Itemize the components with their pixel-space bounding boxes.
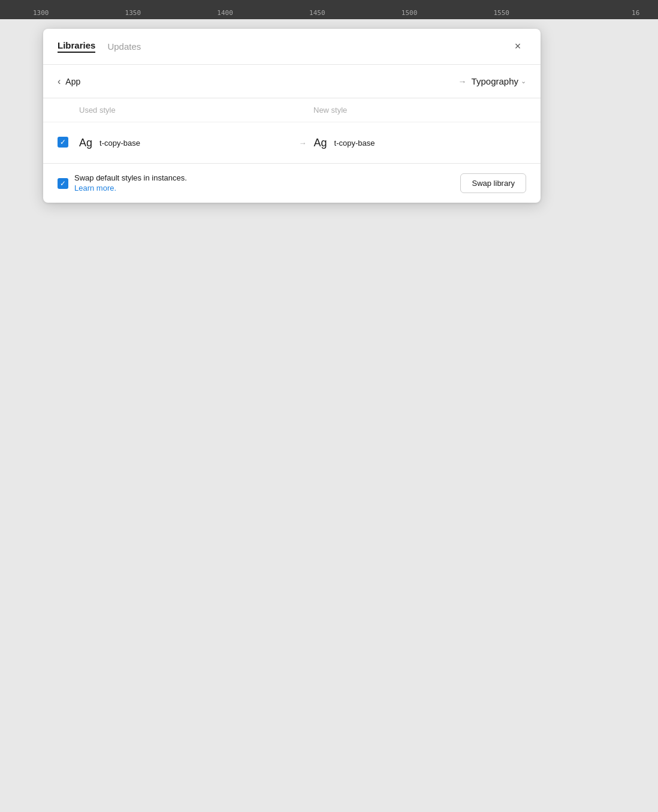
ruler-mark-1300: 1300: [33, 9, 49, 17]
subheader-arrow: → Typography ⌄: [458, 76, 526, 86]
table-row: ✓ Ag t-copy-base → Ag t-copy-base: [43, 127, 541, 158]
tab-updates[interactable]: Updates: [107, 41, 141, 52]
right-arrow-icon: →: [458, 77, 467, 86]
library-name-dropdown[interactable]: Typography ⌄: [472, 76, 526, 86]
ruler-mark-1450: 1450: [309, 9, 325, 17]
back-arrow-icon: ‹: [58, 76, 61, 87]
close-button[interactable]: ×: [509, 38, 526, 55]
styles-list: ✓ Ag t-copy-base → Ag t-copy-base: [43, 122, 541, 163]
swap-default-text: Swap default styles in instances.: [74, 173, 460, 182]
modal-footer: ✓ Swap default styles in instances. Lear…: [43, 163, 541, 203]
footer-description: Swap default styles in instances. Learn …: [74, 173, 460, 193]
used-style-header: Used style: [58, 106, 292, 115]
swap-library-button[interactable]: Swap library: [460, 173, 526, 193]
ag-preview-new: Ag: [314, 137, 327, 149]
row-checkbox[interactable]: ✓: [58, 137, 70, 149]
checkbox-checked[interactable]: ✓: [58, 137, 68, 148]
column-headers: Used style New style: [43, 98, 541, 122]
new-style-header: New style: [292, 106, 526, 115]
footer-checkbox[interactable]: ✓: [58, 178, 68, 189]
libraries-modal: Libraries Updates × ‹ App → Typography ⌄…: [43, 29, 541, 203]
ruler-mark-1400: 1400: [217, 9, 233, 17]
ruler-mark-1500: 1500: [402, 9, 418, 17]
back-button[interactable]: ‹ App: [58, 76, 80, 87]
modal-header: Libraries Updates ×: [43, 29, 541, 65]
ruler-mark-1550: 1550: [494, 9, 510, 17]
ag-preview-used: Ag: [79, 137, 92, 149]
ruler: 1300 1350 1400 1450 1500 1550 16: [0, 0, 658, 19]
checkmark-icon: ✓: [60, 139, 66, 146]
style-name-new: t-copy-base: [334, 139, 375, 148]
library-name-text: Typography: [472, 76, 518, 86]
chevron-down-icon: ⌄: [521, 77, 526, 85]
used-style-cell: Ag t-copy-base: [79, 137, 292, 149]
style-name-used: t-copy-base: [99, 139, 140, 148]
ruler-mark-1350: 1350: [125, 9, 141, 17]
tab-libraries[interactable]: Libraries: [58, 40, 95, 53]
back-app-label: App: [65, 77, 80, 86]
new-style-cell: Ag t-copy-base: [314, 137, 527, 149]
modal-subheader: ‹ App → Typography ⌄: [43, 65, 541, 98]
row-arrow-icon: →: [299, 139, 307, 148]
footer-checkmark-icon: ✓: [60, 180, 66, 187]
learn-more-link[interactable]: Learn more.: [74, 184, 116, 193]
ruler-mark-16: 16: [632, 9, 639, 17]
